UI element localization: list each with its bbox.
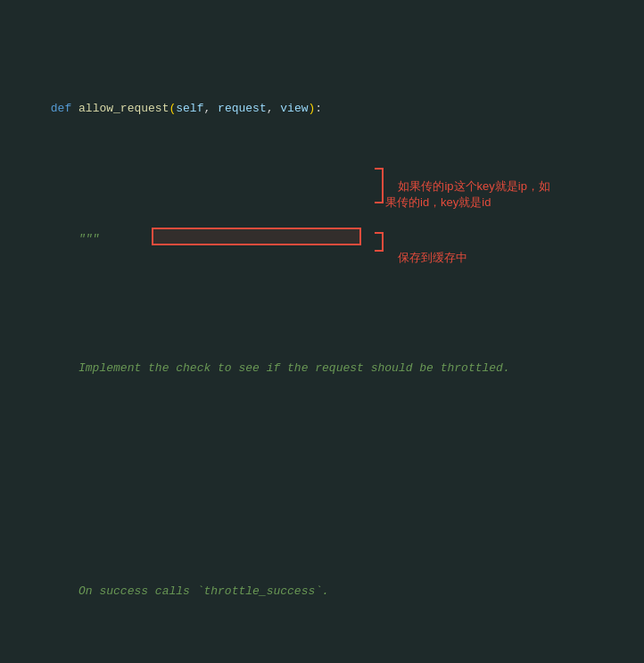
code-line-3: Implement the check to see if the reques… — [0, 341, 644, 396]
func-name: allow_request — [78, 102, 169, 115]
code-editor: def allow_request(self, request, view): … — [0, 0, 644, 663]
keyword-def: def — [51, 102, 78, 115]
annotation-bracket-1 — [375, 168, 384, 203]
annotation-cache: 保存到缓存中 — [385, 234, 546, 283]
annotation-bracket-2 — [375, 232, 384, 252]
code-line-1: def allow_request(self, request, view): — [0, 81, 644, 137]
code-line-5: On success calls `throttle_success`. — [0, 564, 644, 619]
code-line-4 — [0, 471, 644, 490]
annotation-ip-id: 如果传的ip这个key就是ip，如果传的id，key就是id — [385, 162, 631, 228]
